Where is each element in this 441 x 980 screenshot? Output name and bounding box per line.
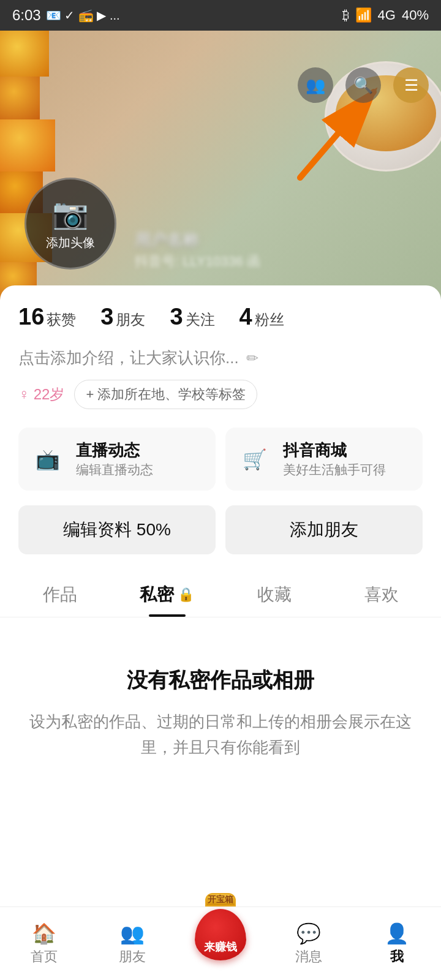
shop-sub: 美好生活触手可得	[283, 461, 386, 478]
stat-likes[interactable]: 16 获赞	[18, 304, 76, 330]
nav-home-label: 首页	[31, 948, 58, 966]
tab-private[interactable]: 私密 🔒	[113, 573, 221, 617]
avatar-section: 📷 添加头像	[24, 178, 116, 270]
shop-icon: 🛒	[238, 442, 272, 477]
contacts-button[interactable]: 👥	[298, 67, 333, 103]
search-button[interactable]: 🔍	[345, 67, 381, 103]
service-livestream[interactable]: 📺 直播动态 编辑直播动态	[18, 428, 216, 491]
friends-nav-icon: 👥	[120, 922, 145, 945]
profile-card: 16 获赞 3 朋友 3 关注 4 粉丝 点击添加介绍，让大家认识你... ✏ …	[0, 285, 441, 617]
profile-nav-icon: 👤	[385, 922, 409, 945]
tab-favorites[interactable]: 收藏	[221, 573, 328, 617]
notification-icons: 📧 ✓ 📻 ▶ ...	[46, 8, 120, 23]
add-tags-button[interactable]: + 添加所在地、学校等标签	[74, 380, 257, 409]
nav-messages[interactable]: 💬 消息	[265, 922, 353, 966]
tab-likes[interactable]: 喜欢	[328, 573, 435, 617]
gender-tag: ♀ 22岁	[18, 385, 64, 404]
nav-messages-label: 消息	[295, 948, 322, 966]
likes-label: 获赞	[47, 310, 76, 330]
following-label: 关注	[186, 310, 215, 330]
messages-icon: 💬	[296, 922, 321, 945]
action-buttons: 编辑资料 50% 添加朋友	[18, 505, 423, 554]
friends-label: 朋友	[116, 310, 145, 330]
battery-icon: 40%	[402, 7, 429, 23]
tab-works[interactable]: 作品	[6, 573, 113, 617]
bottom-nav: 🏠 首页 👥 朋友 开宝箱 来赚钱 💬 消息 👤 我	[0, 907, 441, 980]
stat-followers[interactable]: 4 粉丝	[239, 304, 284, 330]
bag-top-label: 开宝箱	[206, 894, 235, 905]
tab-private-label: 私密	[140, 583, 174, 606]
header-actions: 👥 🔍 ☰	[298, 67, 429, 103]
status-bar: 6:03 📧 ✓ 📻 ▶ ... ₿ 📶 4G 40%	[0, 0, 441, 31]
services-row: 📺 直播动态 编辑直播动态 🛒 抖音商城 美好生活触手可得	[18, 428, 423, 491]
stat-friends[interactable]: 3 朋友	[100, 304, 145, 330]
followers-count: 4	[239, 304, 252, 330]
tabs-row: 作品 私密 🔒 收藏 喜欢	[0, 573, 441, 617]
livestream-title: 直播动态	[76, 440, 153, 461]
wifi-icon: 📶	[355, 7, 372, 23]
nav-home[interactable]: 🏠 首页	[0, 922, 88, 966]
fruit-decoration-1	[0, 31, 49, 77]
service-shop[interactable]: 🛒 抖音商城 美好生活触手可得	[225, 428, 423, 491]
treasure-bag: 开宝箱 来赚钱	[190, 904, 251, 965]
add-tags-label: + 添加所在地、学校等标签	[86, 385, 246, 404]
followers-label: 粉丝	[255, 310, 284, 330]
following-count: 3	[170, 304, 183, 330]
lock-icon: 🔒	[178, 587, 194, 603]
nav-friends-label: 朋友	[119, 948, 146, 966]
avatar-add-label: 添加头像	[46, 235, 95, 251]
search-icon: 🔍	[353, 76, 373, 95]
profile-banner: 👥 🔍 ☰ 📷 添加头像 用户名称 抖音号: LLY10336 函	[0, 31, 441, 300]
add-friend-button[interactable]: 添加朋友	[225, 505, 423, 554]
bio-edit-icon: ✏	[246, 350, 258, 367]
menu-button[interactable]: ☰	[393, 67, 429, 103]
friends-count: 3	[100, 304, 113, 330]
livestream-info: 直播动态 编辑直播动态	[76, 440, 153, 478]
nav-me-label: 我	[390, 948, 404, 966]
stats-row: 16 获赞 3 朋友 3 关注 4 粉丝	[18, 304, 423, 330]
stat-following[interactable]: 3 关注	[170, 304, 214, 330]
fruit-decoration-3	[0, 119, 55, 172]
nav-me[interactable]: 👤 我	[353, 922, 441, 966]
contacts-icon: 👥	[306, 76, 325, 95]
likes-count: 16	[18, 304, 44, 330]
gender-label: ♀ 22岁	[18, 385, 64, 404]
status-time: 6:03 📧 ✓ 📻 ▶ ...	[12, 7, 120, 24]
bag-body: 来赚钱	[195, 909, 246, 960]
edit-profile-button[interactable]: 编辑资料 50%	[18, 505, 216, 554]
livestream-icon: 📺	[31, 442, 65, 477]
nav-friends[interactable]: 👥 朋友	[88, 922, 176, 966]
username-display: 用户名称	[135, 230, 198, 251]
time-display: 6:03	[12, 7, 41, 24]
bio-text: 点击添加介绍，让大家认识你...	[18, 347, 239, 369]
signal-icon: 4G	[378, 7, 396, 23]
bottom-spacer	[0, 797, 441, 907]
livestream-sub: 编辑直播动态	[76, 461, 153, 478]
tab-favorites-label: 收藏	[257, 583, 292, 606]
menu-icon: ☰	[404, 76, 418, 95]
status-right-icons: ₿ 📶 4G 40%	[342, 7, 429, 23]
bluetooth-icon: ₿	[342, 7, 349, 23]
bag-top: 开宝箱	[205, 893, 236, 907]
user-id-display: 抖音号: LLY10336 函	[135, 252, 260, 271]
home-icon: 🏠	[32, 922, 56, 945]
empty-title: 没有私密作品或相册	[24, 666, 417, 695]
tags-row: ♀ 22岁 + 添加所在地、学校等标签	[18, 380, 423, 409]
tab-works-label: 作品	[43, 583, 77, 606]
shop-info: 抖音商城 美好生活触手可得	[283, 440, 386, 478]
tab-likes-label: 喜欢	[364, 583, 399, 606]
empty-description: 设为私密的作品、过期的日常和上传的相册会展示在这里，并且只有你能看到	[24, 709, 417, 760]
nav-earn-money[interactable]: 开宝箱 来赚钱	[176, 904, 265, 965]
shop-title: 抖音商城	[283, 440, 386, 461]
avatar-upload-button[interactable]: 📷 添加头像	[24, 178, 116, 270]
empty-state: 没有私密作品或相册 设为私密的作品、过期的日常和上传的相册会展示在这里，并且只有…	[0, 617, 441, 797]
fruit-decoration-2	[0, 77, 40, 119]
bag-main-label: 来赚钱	[204, 940, 237, 954]
camera-icon: 📷	[52, 197, 89, 231]
bio-row[interactable]: 点击添加介绍，让大家认识你... ✏	[18, 347, 423, 369]
